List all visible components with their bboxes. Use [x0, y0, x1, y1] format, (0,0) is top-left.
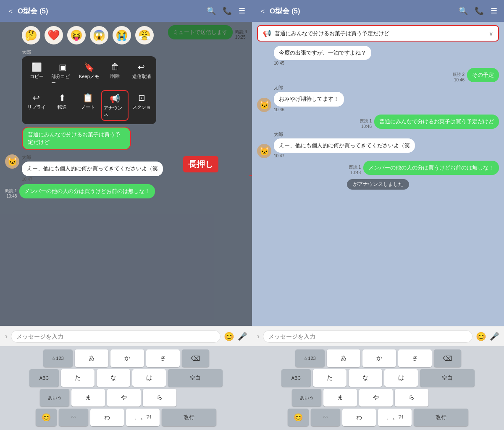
meta-futsu: 既読 1 10:46: [360, 118, 372, 129]
left-key-ha[interactable]: は: [132, 369, 166, 387]
left-key-ya[interactable]: や: [107, 389, 141, 407]
right-kbd-row2: ABC た な は 空白: [254, 369, 502, 387]
left-header: ＜ O型会 (5) 🔍 📞 ☰: [0, 0, 252, 22]
sticker-6[interactable]: 😤: [135, 26, 154, 44]
sticker-3[interactable]: 😝: [67, 26, 86, 44]
long-press-label: 長押し: [183, 156, 218, 172]
right-expand-icon[interactable]: ›: [257, 332, 260, 341]
left-key-backspace[interactable]: ⌫: [182, 349, 209, 367]
right-key-123[interactable]: ☆123: [295, 349, 325, 367]
left-key-emoji[interactable]: 😊: [36, 409, 57, 426]
announcement-text: 普通にみんなで分けるお菓子は買う予定だけど: [275, 30, 486, 37]
right-menu-icon[interactable]: ☰: [491, 6, 497, 16]
right-key-ma[interactable]: ま: [323, 389, 357, 407]
right-key-punct[interactable]: 、。?!: [378, 409, 412, 426]
left-emoji-icon[interactable]: 😊: [224, 331, 234, 341]
copy-icon: ⬜: [32, 62, 42, 72]
menu-copy[interactable]: ⬜ コピー: [24, 60, 50, 89]
left-back-button[interactable]: ＜: [7, 6, 14, 16]
right-mic-icon[interactable]: 🎤: [490, 332, 499, 341]
note-icon: 📋: [83, 93, 93, 103]
sticker-4[interactable]: 😱: [90, 26, 108, 44]
sticker-1[interactable]: 🤔: [22, 26, 40, 44]
partial-copy-icon: ▣: [59, 62, 67, 72]
right-key-backspace[interactable]: ⌫: [434, 349, 461, 367]
announcement-speaker-icon: 📢: [263, 29, 271, 37]
msg-row-e: 🐱 太郎 えー、他にも個人的に何か買ってきてくださいよ（笑 10:47: [257, 131, 499, 158]
left-key-abc[interactable]: ABC: [29, 369, 59, 387]
menu-forward-label: 転送: [58, 104, 67, 110]
right-key-space[interactable]: 空白: [420, 369, 475, 387]
right-key-ka[interactable]: か: [362, 349, 396, 367]
msg-content-member: メンバーの他の人の分は買うけどお前のは無しな！ 既読 1 10:48: [349, 161, 499, 175]
left-key-123[interactable]: ☆123: [43, 349, 73, 367]
right-header: ＜ O型会 (5) 🔍 📞 ☰: [252, 0, 504, 22]
announcement-banner[interactable]: 📢 普通にみんなで分けるお菓子は買う予定だけど ∨: [257, 25, 499, 42]
left-mic-icon[interactable]: 🎤: [238, 332, 247, 341]
menu-partial-copy-label: 部分コピー: [51, 73, 74, 86]
meta-omiyage: 10:46: [274, 107, 344, 112]
menu-keep[interactable]: 🔖 Keepメモ: [76, 60, 102, 89]
taro-name-omiyage: 太郎: [274, 85, 344, 91]
left-key-na[interactable]: な: [97, 369, 130, 387]
left-key-aiueo[interactable]: あいう: [40, 389, 69, 407]
menu-keep-label: Keepメモ: [79, 73, 99, 80]
right-key-abc[interactable]: ABC: [281, 369, 311, 387]
left-key-ta[interactable]: た: [61, 369, 94, 387]
right-key-aiueo[interactable]: あいう: [292, 389, 321, 407]
right-message-input[interactable]: [263, 330, 472, 343]
right-key-ra[interactable]: ら: [395, 389, 428, 407]
menu-partial-copy[interactable]: ▣ 部分コピー: [50, 60, 76, 89]
left-header-icons: 🔍 📞 ☰: [207, 6, 245, 16]
right-key-enter[interactable]: 改行: [414, 409, 468, 426]
menu-announce[interactable]: 📢 アナウンス: [101, 90, 129, 121]
menu-announce-label: アナウンス: [104, 105, 126, 117]
right-key-sa[interactable]: さ: [398, 349, 432, 367]
sticker-5[interactable]: 😭: [113, 26, 131, 44]
left-key-ra[interactable]: ら: [143, 389, 176, 407]
right-key-emoji[interactable]: 😊: [288, 409, 309, 426]
menu-forward[interactable]: ⬆ 転送: [50, 90, 76, 121]
right-chat-title: O型会 (5): [270, 6, 459, 16]
left-key-sa[interactable]: さ: [146, 349, 180, 367]
right-key-ta[interactable]: た: [313, 369, 346, 387]
menu-reply[interactable]: ↩ リプライ: [24, 90, 50, 121]
left-message-input[interactable]: [11, 330, 220, 343]
taro-time: 10:47: [22, 177, 163, 182]
left-key-space[interactable]: 空白: [168, 369, 223, 387]
announcement-chevron-icon: ∨: [489, 30, 493, 37]
left-phone-icon[interactable]: 📞: [223, 6, 232, 16]
left-key-punct[interactable]: 、。?!: [126, 409, 160, 426]
left-search-icon[interactable]: 🔍: [207, 6, 216, 16]
menu-note-label: ノート: [81, 104, 95, 110]
menu-note[interactable]: 📋 ノート: [75, 90, 101, 121]
sticker-2[interactable]: ❤️: [45, 26, 63, 44]
right-key-ya[interactable]: や: [359, 389, 393, 407]
left-key-caret[interactable]: ^^: [59, 409, 88, 426]
right-key-wa[interactable]: わ: [342, 409, 376, 426]
menu-screenshot[interactable]: ⊡ スクショ: [129, 90, 155, 121]
left-key-ma[interactable]: ま: [71, 389, 105, 407]
left-key-enter[interactable]: 改行: [162, 409, 216, 426]
left-menu-icon[interactable]: ☰: [239, 6, 245, 16]
left-expand-icon[interactable]: ›: [5, 332, 8, 341]
right-key-caret[interactable]: ^^: [311, 409, 340, 426]
sticker-row: 🤔 ❤️ 😝 😱 😭 😤: [22, 26, 154, 44]
msg-content-trip: 今度の出張ですが、一泊ですよね？ 10:45: [274, 46, 371, 65]
left-key-ka[interactable]: か: [110, 349, 144, 367]
right-key-ha[interactable]: は: [384, 369, 418, 387]
right-emoji-icon[interactable]: 😊: [476, 331, 486, 341]
menu-unsend[interactable]: ↩ 送信取消: [129, 60, 155, 89]
menu-unsend-label: 送信取消: [132, 73, 151, 80]
left-key-wa[interactable]: わ: [90, 409, 124, 426]
right-key-na[interactable]: な: [349, 369, 382, 387]
reply-msg-content: メンバーの他の人の分は買うけどお前のは無しな！ 既読 1 10:48: [5, 184, 155, 198]
left-key-a[interactable]: あ: [75, 349, 108, 367]
right-key-a[interactable]: あ: [327, 349, 360, 367]
right-back-button[interactable]: ＜: [259, 6, 266, 16]
context-sender-label: 太郎: [22, 50, 31, 55]
right-search-icon[interactable]: 🔍: [459, 6, 468, 16]
taro-name: 太郎: [22, 154, 163, 161]
menu-delete[interactable]: 🗑 削除: [102, 60, 128, 89]
right-phone-icon[interactable]: 📞: [475, 6, 484, 16]
